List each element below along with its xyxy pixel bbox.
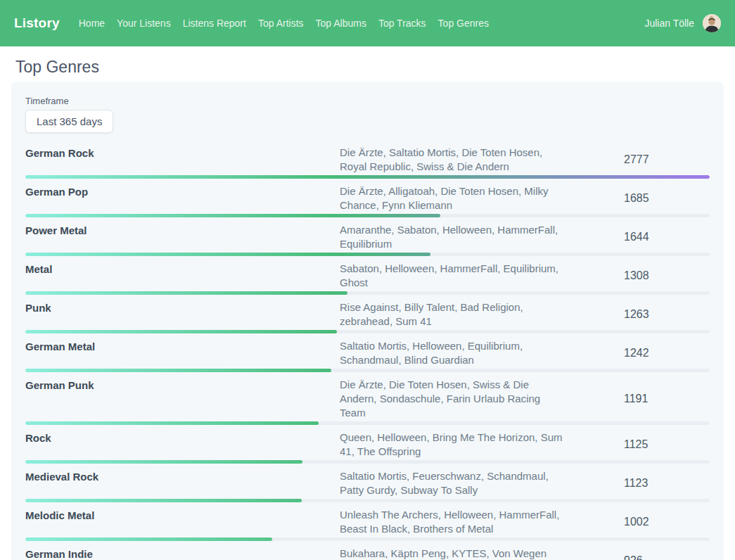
genre-top-artists: Saltatio Mortis, Feuerschwanz, Schandmau… (340, 469, 566, 497)
genre-row: German Metal Saltatio Mortis, Helloween,… (25, 339, 710, 378)
genre-row: German Punk Die Ärzte, Die Toten Hosen, … (25, 378, 710, 431)
genre-listen-count: 1308 (624, 269, 710, 282)
genre-listen-count: 1002 (624, 516, 710, 528)
page-title: Top Genres (15, 58, 720, 77)
genre-bar-track (25, 291, 710, 295)
genre-bar-track (25, 369, 710, 372)
nav-link-top-artists[interactable]: Top Artists (258, 18, 304, 29)
genre-bar-fill (25, 291, 347, 295)
timeframe-label: Timeframe (25, 96, 710, 106)
genre-listen-count: 1644 (624, 231, 710, 243)
main-nav: Home Your Listens Listens Report Top Art… (79, 18, 489, 29)
genre-bar-fill (25, 369, 331, 372)
nav-link-top-tracks[interactable]: Top Tracks (378, 18, 426, 29)
genre-bar-track (25, 214, 710, 217)
genre-row: Metal Sabaton, Helloween, HammerFall, Eq… (25, 262, 710, 300)
avatar-photo-icon (703, 14, 721, 32)
genre-bar-track (25, 460, 710, 464)
genre-top-artists: Die Ärzte, Saltatio Mortis, Die Toten Ho… (340, 146, 566, 174)
genre-bar-fill (25, 175, 710, 179)
genre-bar-track (25, 499, 710, 502)
nav-link-home[interactable]: Home (79, 18, 105, 29)
genre-name: Rock (25, 431, 340, 459)
genre-bar-fill (25, 214, 440, 217)
nav-link-top-genres[interactable]: Top Genres (438, 18, 489, 29)
genre-row: Punk Rise Against, Billy Talent, Bad Rel… (25, 300, 710, 339)
genre-bar-fill (25, 537, 272, 541)
nav-link-your-listens[interactable]: Your Listens (117, 18, 171, 29)
genre-listen-count: 2777 (624, 153, 710, 166)
genre-name: German Rock (25, 146, 340, 174)
genre-name: German Punk (25, 378, 340, 420)
genre-row: Melodic Metal Unleash The Archers, Hello… (25, 508, 710, 547)
genre-name: German Metal (25, 339, 340, 367)
genre-top-artists: Bukahara, Käptn Peng, KYTES, Von Wegen L… (340, 547, 566, 560)
genre-listen-count: 1685 (624, 192, 710, 205)
app-logo[interactable]: Listory (14, 15, 60, 31)
genre-bar-track (25, 175, 710, 179)
genre-listen-count: 1125 (624, 438, 710, 451)
genre-bar-track (25, 537, 710, 541)
main-content: Top Genres Timeframe Last 365 days Germa… (0, 58, 735, 560)
genre-bar-track (25, 330, 710, 333)
genre-name: Power Metal (25, 223, 340, 251)
genre-top-artists: Die Ärzte, Die Toten Hosen, Swiss & Die … (340, 378, 566, 420)
genre-bar-fill (25, 460, 302, 464)
genre-row: German Indie Bukahara, Käptn Peng, KYTES… (25, 547, 710, 560)
genre-top-artists: Sabaton, Helloween, HammerFall, Equilibr… (340, 262, 566, 290)
genre-top-artists: Saltatio Mortis, Helloween, Equilibrium,… (340, 339, 566, 367)
genre-bar-track (25, 253, 710, 256)
genre-name: German Pop (25, 184, 340, 212)
genre-listen-count: 926 (624, 554, 710, 560)
genre-bar-fill (25, 421, 319, 425)
genre-bar-fill (25, 499, 302, 502)
genre-listen-count: 1263 (624, 308, 710, 321)
genre-row: Rock Queen, Helloween, Bring Me The Hori… (25, 431, 710, 469)
genre-bar-fill (25, 330, 337, 333)
genre-top-artists: Queen, Helloween, Bring Me The Horizon, … (340, 431, 566, 459)
nav-link-listens-report[interactable]: Listens Report (183, 18, 246, 29)
genre-name: Metal (25, 262, 340, 290)
genre-name: Medieval Rock (25, 469, 340, 497)
genre-name: German Indie (25, 547, 340, 560)
genre-listen-count: 1242 (624, 347, 710, 359)
genre-top-artists: Unleash The Archers, Helloween, HammerFa… (340, 508, 566, 536)
genre-bar-track (25, 421, 710, 425)
nav-link-top-albums[interactable]: Top Albums (316, 18, 366, 29)
genre-listen-count: 1123 (624, 477, 710, 490)
genre-listen-count: 1191 (624, 393, 710, 405)
genre-top-artists: Amaranthe, Sabaton, Helloween, HammerFal… (340, 223, 566, 251)
genre-top-artists: Rise Against, Billy Talent, Bad Religion… (340, 300, 566, 329)
genre-row: Medieval Rock Saltatio Mortis, Feuerschw… (25, 469, 710, 508)
user-avatar[interactable] (703, 14, 721, 32)
genre-bar-fill (25, 253, 430, 256)
genre-row: Power Metal Amaranthe, Sabaton, Hellowee… (25, 223, 710, 262)
genre-name: Melodic Metal (25, 508, 340, 536)
user-name[interactable]: Julian Tölle (644, 18, 694, 29)
genre-list: German Rock Die Ärzte, Saltatio Mortis, … (25, 146, 710, 560)
timeframe-select[interactable]: Last 365 days (25, 110, 113, 133)
genre-name: Punk (25, 300, 340, 329)
top-genres-card: Timeframe Last 365 days German Rock Die … (11, 82, 724, 560)
genre-row: German Rock Die Ärzte, Saltatio Mortis, … (25, 146, 710, 184)
genre-row: German Pop Die Ärzte, Alligatoah, Die To… (25, 184, 710, 223)
genre-top-artists: Die Ärzte, Alligatoah, Die Toten Hosen, … (340, 184, 566, 212)
top-navigation-bar: Listory Home Your Listens Listens Report… (0, 0, 735, 46)
